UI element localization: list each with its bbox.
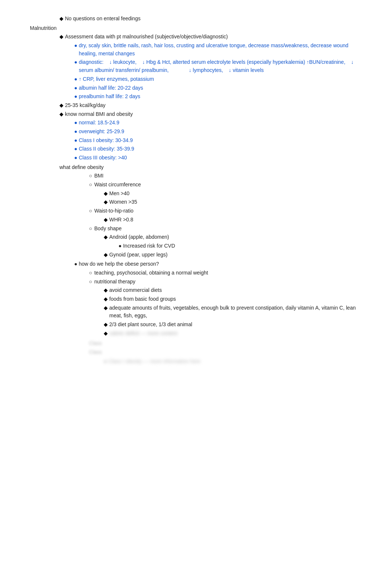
diamond-last <box>104 330 108 338</box>
basic-food-groups: foods from basic food groups <box>104 295 362 303</box>
bullet-normal: ● <box>74 119 77 127</box>
blurred-line-2-text: Class <box>89 349 102 355</box>
avoid-text: avoid commercial diets <box>109 286 362 294</box>
android-shape: Android (apple, abdomen) <box>104 233 362 241</box>
top-bullet-item: No questions on enteral feedings <box>59 15 362 23</box>
diamond-icon-2 <box>59 33 63 41</box>
diamond-icon <box>59 15 63 23</box>
albumin-bullet: ● albumin half life: 20-22 days <box>74 84 362 92</box>
last-diamond: caloric deficit — more content <box>104 330 362 338</box>
bullet-class2: ● <box>74 145 77 153</box>
prealbumin-bullet: ● prealbumin half life: 2 days <box>74 93 362 101</box>
diamond-men <box>104 190 108 198</box>
circle-bmi: ○ <box>89 172 92 180</box>
adequate-text: adequate amounts of fruits, vegetables, … <box>109 304 362 320</box>
define-body-shape-text: Body shape <box>94 225 362 233</box>
bullet-icon-skin: ● <box>74 42 77 50</box>
bullet-class3: ● <box>74 154 77 162</box>
adequate-amounts: adequate amounts of fruits, vegetables, … <box>104 304 362 320</box>
android-text: Android (apple, abdomen) <box>109 233 362 241</box>
bmi-class2: ● Class II obesity: 35-39.9 <box>74 145 362 153</box>
circle-waist: ○ <box>89 181 92 189</box>
diamond-women <box>104 198 108 206</box>
assessment-bullet: Assessment data with pt malnourished (su… <box>59 33 362 41</box>
men-waist-text: Men >40 <box>109 190 362 198</box>
nutrition-text: nutritional therapy <box>94 278 362 286</box>
avoid-commercial: avoid commercial diets <box>104 286 362 294</box>
diet-text: 2/3 diet plant source, 1/3 diet animal <box>109 321 362 329</box>
blurred-line-1: Class <box>89 339 362 348</box>
bmi-text: know normal BMI and obesity <box>65 110 362 118</box>
skin-bullet: ● dry, scaly skin, brittle nails, rash, … <box>74 42 362 58</box>
diamond-food <box>104 295 108 303</box>
bmi-class1: ● Class I obesity: 30-34.9 <box>74 137 362 145</box>
nutritional-therapy: ○ nutritional therapy <box>89 278 362 286</box>
whr-value: WHR >0.8 <box>104 216 362 224</box>
men-waist: Men >40 <box>104 190 362 198</box>
diamond-icon-bmi <box>59 110 63 118</box>
skin-text: dry, scaly skin, brittle nails, rash, ha… <box>79 42 362 58</box>
diamond-android <box>104 233 108 241</box>
bmi-normal-text: normal: 18.5-24.9 <box>79 119 362 127</box>
bullet-overweight: ● <box>74 128 77 136</box>
what-define-obesity: what define obesity <box>59 163 362 172</box>
bmi-class1-text: Class I obesity: 30-34.9 <box>79 137 362 145</box>
prealbumin-text: prealbumin half life: 2 days <box>79 93 362 101</box>
circle-body-shape: ○ <box>89 225 92 233</box>
women-waist: Women >35 <box>104 198 362 206</box>
whr-value-text: WHR >0.8 <box>109 216 362 224</box>
circle-nutrition: ○ <box>89 278 92 286</box>
bullet-cvd: ● <box>118 242 121 250</box>
bmi-class3: ● Class III obesity: >40 <box>74 154 362 162</box>
bmi-class2-text: Class II obesity: 35-39.9 <box>79 145 362 153</box>
define-waist: ○ Waist circumference <box>89 181 362 189</box>
define-whr-text: Waist-to-hip-ratio <box>94 207 362 215</box>
circle-teaching: ○ <box>89 269 92 277</box>
diamond-adequate <box>104 304 108 312</box>
kcal-text: 25-35 kcal/kg/day <box>65 101 362 110</box>
define-body-shape: ○ Body shape <box>89 225 362 233</box>
diamond-avoid <box>104 286 108 294</box>
bullet-icon-albumin: ● <box>74 84 77 92</box>
help-obese-bullet: ● how do we help the obese person? <box>74 260 362 268</box>
gynoid-text: Gynoid (pear, upper legs) <box>109 251 362 259</box>
blurred-line-3: ● Class I obesity — more information her… <box>104 358 362 365</box>
diamond-diet <box>104 321 108 329</box>
bmi-class3-text: Class III obesity: >40 <box>79 154 362 162</box>
define-waist-text: Waist circumference <box>94 181 362 189</box>
define-bmi-text: BMI <box>94 172 362 180</box>
blurred-content: caloric deficit — more content <box>109 330 177 338</box>
malnutrition-title: Malnutrition <box>30 24 362 32</box>
women-waist-text: Women >35 <box>109 198 362 206</box>
help-obese-text: how do we help the obese person? <box>79 260 362 268</box>
assessment-text: Assessment data with pt malnourished (su… <box>65 33 362 41</box>
diamond-gynoid <box>104 251 108 259</box>
crp-bullet: ● ↑ CRP, liver enzymes, potassium <box>74 75 362 83</box>
bullet-icon-diag: ● <box>74 58 77 66</box>
define-bmi: ○ BMI <box>89 172 362 180</box>
what-define-text: what define obesity <box>59 163 362 172</box>
bullet-help: ● <box>74 260 77 268</box>
cvd-risk: ● Increased risk for CVD <box>118 242 362 250</box>
define-whr: ○ Waist-to-hip-ratio <box>89 207 362 215</box>
diagnostic-text: diagnostic: ↓ leukocyte, ↓ Hbg & Hct, al… <box>79 58 362 74</box>
diamond-whr <box>104 216 108 224</box>
food-text: foods from basic food groups <box>109 295 362 303</box>
top-bullet-text: No questions on enteral feedings <box>65 15 362 23</box>
cvd-text: Increased risk for CVD <box>123 242 362 250</box>
blurred-line-3-text: ● Class I obesity — more information her… <box>104 358 200 364</box>
main-content: No questions on enteral feedings Malnutr… <box>30 15 362 365</box>
blurred-line-1-text: Class <box>89 339 362 348</box>
diet-plant: 2/3 diet plant source, 1/3 diet animal <box>104 321 362 329</box>
bullet-class1: ● <box>74 137 77 145</box>
albumin-text: albumin half life: 20-22 days <box>79 84 362 92</box>
blurred-text-last: caloric deficit — more content <box>109 330 362 338</box>
bmi-overweight: ● overweight: 25-29.9 <box>74 128 362 136</box>
circle-whr: ○ <box>89 207 92 215</box>
bullet-icon-prealbumin: ● <box>74 93 77 101</box>
bullet-icon-crp: ● <box>74 75 77 83</box>
diamond-icon-kcal <box>59 101 63 110</box>
kcal-bullet: 25-35 kcal/kg/day <box>59 101 362 110</box>
malnutrition-header: Malnutrition <box>30 24 362 32</box>
teaching-text: teaching, psychosocial, obtaining a norm… <box>94 269 362 277</box>
